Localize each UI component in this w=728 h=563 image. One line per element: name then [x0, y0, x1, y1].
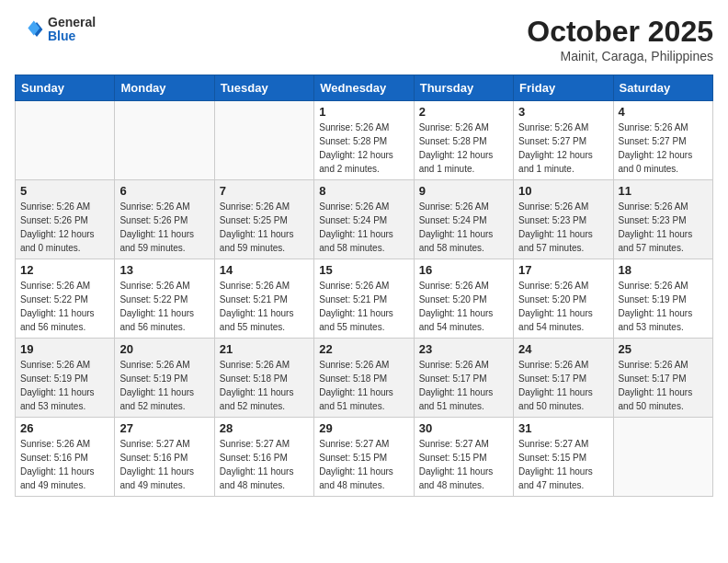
calendar-cell: 4Sunrise: 5:26 AM Sunset: 5:27 PM Daylig…: [613, 101, 712, 180]
day-number: 12: [20, 263, 109, 277]
day-info: Sunrise: 5:26 AM Sunset: 5:16 PM Dayligh…: [20, 437, 109, 492]
day-number: 25: [619, 342, 708, 356]
calendar-cell: 8Sunrise: 5:26 AM Sunset: 5:24 PM Daylig…: [314, 180, 414, 259]
calendar-cell: [214, 101, 313, 180]
calendar-cell: 10Sunrise: 5:26 AM Sunset: 5:23 PM Dayli…: [514, 180, 613, 259]
calendar-cell: 13Sunrise: 5:26 AM Sunset: 5:22 PM Dayli…: [115, 259, 214, 339]
calendar-cell: 31Sunrise: 5:27 AM Sunset: 5:15 PM Dayli…: [514, 418, 613, 497]
calendar-header-tuesday: Tuesday: [214, 75, 313, 101]
day-info: Sunrise: 5:26 AM Sunset: 5:17 PM Dayligh…: [419, 358, 508, 413]
calendar-cell: 27Sunrise: 5:27 AM Sunset: 5:16 PM Dayli…: [115, 418, 214, 497]
day-number: 20: [119, 342, 209, 356]
day-number: 27: [119, 421, 209, 435]
calendar-week-row: 19Sunrise: 5:26 AM Sunset: 5:19 PM Dayli…: [16, 339, 713, 418]
day-info: Sunrise: 5:26 AM Sunset: 5:24 PM Dayligh…: [319, 200, 408, 255]
day-number: 6: [119, 184, 209, 198]
calendar-cell: 11Sunrise: 5:26 AM Sunset: 5:23 PM Dayli…: [613, 180, 712, 259]
day-number: 17: [518, 263, 608, 277]
day-number: 13: [119, 263, 209, 277]
day-number: 18: [619, 263, 708, 277]
logo-general: General: [48, 16, 96, 29]
calendar-cell: 30Sunrise: 5:27 AM Sunset: 5:15 PM Dayli…: [414, 418, 513, 497]
calendar-cell: [115, 101, 214, 180]
calendar-cell: 16Sunrise: 5:26 AM Sunset: 5:20 PM Dayli…: [414, 259, 513, 339]
day-number: 24: [518, 342, 608, 356]
day-info: Sunrise: 5:26 AM Sunset: 5:23 PM Dayligh…: [619, 200, 708, 255]
day-info: Sunrise: 5:26 AM Sunset: 5:17 PM Dayligh…: [518, 358, 608, 413]
day-info: Sunrise: 5:27 AM Sunset: 5:16 PM Dayligh…: [220, 437, 309, 492]
calendar-header-monday: Monday: [115, 75, 214, 101]
calendar-week-row: 5Sunrise: 5:26 AM Sunset: 5:26 PM Daylig…: [16, 180, 713, 259]
day-number: 29: [319, 421, 408, 435]
calendar-cell: 18Sunrise: 5:26 AM Sunset: 5:19 PM Dayli…: [613, 259, 712, 339]
calendar-cell: 24Sunrise: 5:26 AM Sunset: 5:17 PM Dayli…: [514, 339, 613, 418]
calendar-header-sunday: Sunday: [16, 75, 115, 101]
day-info: Sunrise: 5:27 AM Sunset: 5:15 PM Dayligh…: [419, 437, 508, 492]
day-number: 1: [319, 105, 408, 119]
day-info: Sunrise: 5:26 AM Sunset: 5:20 PM Dayligh…: [518, 279, 608, 334]
day-number: 5: [20, 184, 109, 198]
month-title: October 2025: [527, 15, 713, 49]
calendar-week-row: 12Sunrise: 5:26 AM Sunset: 5:22 PM Dayli…: [16, 259, 713, 339]
calendar-cell: 25Sunrise: 5:26 AM Sunset: 5:17 PM Dayli…: [613, 339, 712, 418]
title-area: October 2025 Mainit, Caraga, Philippines: [527, 15, 713, 63]
calendar-table: SundayMondayTuesdayWednesdayThursdayFrid…: [15, 75, 713, 497]
day-info: Sunrise: 5:27 AM Sunset: 5:15 PM Dayligh…: [518, 437, 608, 492]
day-info: Sunrise: 5:26 AM Sunset: 5:23 PM Dayligh…: [518, 200, 608, 255]
day-number: 15: [319, 263, 408, 277]
day-number: 31: [518, 421, 608, 435]
calendar-cell: 26Sunrise: 5:26 AM Sunset: 5:16 PM Dayli…: [16, 418, 115, 497]
day-info: Sunrise: 5:26 AM Sunset: 5:19 PM Dayligh…: [119, 358, 209, 413]
day-number: 22: [319, 342, 408, 356]
day-number: 2: [419, 105, 508, 119]
logo: General Blue: [15, 15, 96, 44]
calendar-header-row: SundayMondayTuesdayWednesdayThursdayFrid…: [16, 75, 713, 101]
day-number: 9: [419, 184, 508, 198]
day-info: Sunrise: 5:26 AM Sunset: 5:18 PM Dayligh…: [220, 358, 309, 413]
day-number: 4: [619, 105, 708, 119]
calendar-header-friday: Friday: [514, 75, 613, 101]
day-info: Sunrise: 5:26 AM Sunset: 5:26 PM Dayligh…: [119, 200, 209, 255]
day-number: 30: [419, 421, 508, 435]
calendar-cell: 20Sunrise: 5:26 AM Sunset: 5:19 PM Dayli…: [115, 339, 214, 418]
day-info: Sunrise: 5:26 AM Sunset: 5:18 PM Dayligh…: [319, 358, 408, 413]
day-info: Sunrise: 5:26 AM Sunset: 5:28 PM Dayligh…: [419, 121, 508, 176]
day-number: 8: [319, 184, 408, 198]
calendar-cell: 6Sunrise: 5:26 AM Sunset: 5:26 PM Daylig…: [115, 180, 214, 259]
day-number: 19: [20, 342, 109, 356]
calendar-cell: 29Sunrise: 5:27 AM Sunset: 5:15 PM Dayli…: [314, 418, 414, 497]
location: Mainit, Caraga, Philippines: [527, 49, 713, 63]
calendar-cell: [613, 418, 712, 497]
calendar-cell: 1Sunrise: 5:26 AM Sunset: 5:28 PM Daylig…: [314, 101, 414, 180]
calendar-header-thursday: Thursday: [414, 75, 513, 101]
calendar-cell: 5Sunrise: 5:26 AM Sunset: 5:26 PM Daylig…: [16, 180, 115, 259]
day-number: 26: [20, 421, 109, 435]
day-number: 14: [220, 263, 309, 277]
calendar-cell: 17Sunrise: 5:26 AM Sunset: 5:20 PM Dayli…: [514, 259, 613, 339]
calendar-cell: 2Sunrise: 5:26 AM Sunset: 5:28 PM Daylig…: [414, 101, 513, 180]
day-info: Sunrise: 5:26 AM Sunset: 5:27 PM Dayligh…: [518, 121, 608, 176]
day-info: Sunrise: 5:26 AM Sunset: 5:27 PM Dayligh…: [619, 121, 708, 176]
day-number: 7: [220, 184, 309, 198]
calendar-cell: 28Sunrise: 5:27 AM Sunset: 5:16 PM Dayli…: [214, 418, 313, 497]
calendar-cell: 15Sunrise: 5:26 AM Sunset: 5:21 PM Dayli…: [314, 259, 414, 339]
day-info: Sunrise: 5:26 AM Sunset: 5:22 PM Dayligh…: [20, 279, 109, 334]
day-info: Sunrise: 5:27 AM Sunset: 5:16 PM Dayligh…: [119, 437, 209, 492]
calendar-cell: 9Sunrise: 5:26 AM Sunset: 5:24 PM Daylig…: [414, 180, 513, 259]
day-info: Sunrise: 5:26 AM Sunset: 5:24 PM Dayligh…: [419, 200, 508, 255]
day-info: Sunrise: 5:27 AM Sunset: 5:15 PM Dayligh…: [319, 437, 408, 492]
day-info: Sunrise: 5:26 AM Sunset: 5:19 PM Dayligh…: [20, 358, 109, 413]
day-info: Sunrise: 5:26 AM Sunset: 5:25 PM Dayligh…: [220, 200, 309, 255]
calendar-header-wednesday: Wednesday: [314, 75, 414, 101]
header: General Blue October 2025 Mainit, Caraga…: [15, 15, 713, 63]
calendar-cell: 23Sunrise: 5:26 AM Sunset: 5:17 PM Dayli…: [414, 339, 513, 418]
logo-text: General Blue: [48, 16, 96, 44]
day-number: 11: [619, 184, 708, 198]
day-number: 3: [518, 105, 608, 119]
day-info: Sunrise: 5:26 AM Sunset: 5:19 PM Dayligh…: [619, 279, 708, 334]
calendar-cell: 12Sunrise: 5:26 AM Sunset: 5:22 PM Dayli…: [16, 259, 115, 339]
calendar-header-saturday: Saturday: [613, 75, 712, 101]
calendar-cell: 14Sunrise: 5:26 AM Sunset: 5:21 PM Dayli…: [214, 259, 313, 339]
day-info: Sunrise: 5:26 AM Sunset: 5:22 PM Dayligh…: [119, 279, 209, 334]
calendar-cell: [16, 101, 115, 180]
